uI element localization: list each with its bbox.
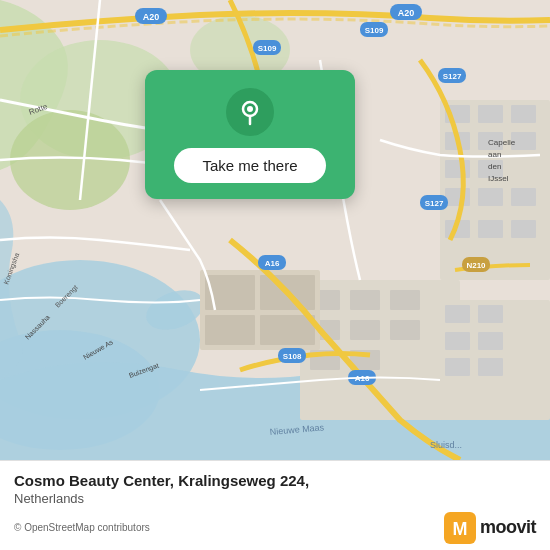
take-me-there-button[interactable]: Take me there (174, 148, 325, 183)
location-name: Cosmo Beauty Center, Kralingseweg 224, (14, 472, 536, 489)
svg-rect-42 (260, 315, 315, 345)
svg-text:A20: A20 (143, 12, 160, 22)
svg-text:S109: S109 (365, 26, 384, 35)
svg-rect-9 (350, 290, 380, 310)
svg-point-76 (247, 106, 253, 112)
svg-rect-41 (205, 315, 255, 345)
svg-rect-12 (350, 320, 380, 340)
svg-text:Capelle: Capelle (488, 138, 516, 147)
svg-text:den: den (488, 162, 501, 171)
svg-rect-29 (478, 220, 503, 238)
svg-text:IJssel: IJssel (488, 174, 509, 183)
moovit-text: moovit (480, 517, 536, 538)
svg-text:aan: aan (488, 150, 501, 159)
map-svg: A20 A20 S109 S109 S127 S127 A16 A16 S108… (0, 0, 550, 460)
svg-rect-35 (478, 332, 503, 350)
svg-text:S127: S127 (425, 199, 444, 208)
svg-rect-26 (478, 188, 503, 206)
svg-rect-23 (445, 160, 470, 178)
moovit-icon: M (444, 512, 476, 544)
svg-text:A16: A16 (265, 259, 280, 268)
svg-rect-18 (478, 105, 503, 123)
svg-rect-13 (390, 320, 420, 340)
location-country: Netherlands (14, 491, 536, 506)
svg-rect-27 (511, 188, 536, 206)
map-container: A20 A20 S109 S109 S127 S127 A16 A16 S108… (0, 0, 550, 460)
svg-text:Sluisd...: Sluisd... (430, 440, 462, 450)
moovit-logo: M moovit (444, 512, 536, 544)
popup-card: Take me there (145, 70, 355, 199)
svg-text:S127: S127 (443, 72, 462, 81)
svg-text:N210: N210 (466, 261, 486, 270)
svg-rect-33 (478, 305, 503, 323)
svg-rect-37 (478, 358, 503, 376)
svg-rect-10 (390, 290, 420, 310)
svg-rect-34 (445, 332, 470, 350)
osm-credit: © OpenStreetMap contributors (14, 522, 150, 533)
svg-text:A20: A20 (398, 8, 415, 18)
bottom-footer: © OpenStreetMap contributors M moovit (14, 512, 536, 544)
bottom-bar: Cosmo Beauty Center, Kralingseweg 224, N… (0, 460, 550, 550)
location-pin-icon (226, 88, 274, 136)
svg-text:S109: S109 (258, 44, 277, 53)
svg-text:M: M (452, 519, 467, 539)
svg-rect-36 (445, 358, 470, 376)
svg-rect-19 (511, 105, 536, 123)
svg-rect-32 (445, 305, 470, 323)
svg-text:S108: S108 (283, 352, 302, 361)
svg-rect-25 (445, 188, 470, 206)
svg-rect-30 (511, 220, 536, 238)
